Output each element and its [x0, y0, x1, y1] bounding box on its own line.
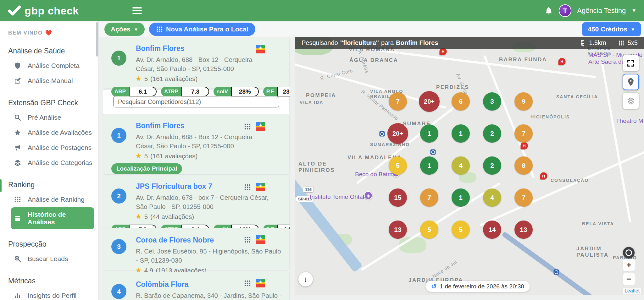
map-grid-marker[interactable]: 20+ [419, 91, 440, 112]
map-grid-marker[interactable]: 15 [389, 188, 407, 207]
rank-badge: 1 [111, 128, 126, 143]
rating-row: ★ 5 (44 avaliações) [135, 212, 283, 221]
hospital-map-pin-icon: H [558, 58, 566, 65]
sidebar-scrollbar[interactable] [96, 22, 98, 57]
brand-logo[interactable]: gbp check [8, 5, 79, 17]
google-maps-pin-icon[interactable] [256, 122, 265, 131]
marker-toggle-button[interactable] [623, 74, 639, 90]
avatar[interactable]: T [559, 4, 571, 17]
leaflet-attribution-link[interactable]: Leaflet [623, 288, 641, 294]
sidebar-item-analise-ranking[interactable]: Análise de Ranking [11, 192, 98, 207]
active-section-accent [0, 179, 2, 192]
palette-map-pin-icon: ◉ [364, 191, 373, 200]
sidebar-item-insights-perfil[interactable]: Insights do Perfil [11, 288, 98, 300]
map-label: Theatro M [616, 117, 643, 124]
map-label: Instituto Tomie Ohtake [310, 194, 369, 200]
status-prefix: Pesquisando [302, 39, 338, 46]
map-layers-icon [626, 96, 635, 105]
map-grid-marker[interactable]: 13 [514, 221, 533, 239]
map-label: POMPEIA [306, 92, 336, 99]
app-root: gbp check T Agência Testing ▼ BEM VINDO❤… [0, 0, 644, 300]
grid-icon[interactable] [244, 236, 251, 243]
map-grid-marker[interactable]: 2 [483, 156, 501, 175]
sidebar-item-label: Histórico de Análises [28, 211, 91, 226]
sidebar-item-label: Insights do Perfil [28, 292, 76, 299]
map-grid-marker[interactable]: 3 [483, 92, 501, 111]
sidebar-item-analise-postagens[interactable]: Análise de Postagens [11, 140, 98, 155]
map-grid-marker[interactable]: 8 [514, 156, 533, 175]
map-status-bar: Pesquisando "floricultura" para Bonfim F… [295, 37, 644, 49]
map-canvas[interactable]: Pesquisando "floricultura" para Bonfim F… [295, 37, 644, 295]
sidebar-item-buscar-leads[interactable]: Buscar Leads [11, 252, 98, 266]
credits-button[interactable]: 450 Créditos ▼ [582, 22, 641, 36]
google-maps-pin-icon[interactable] [256, 279, 265, 287]
map-label: JARDIM PAULISTA [576, 246, 608, 258]
search-competitors-input[interactable] [113, 96, 279, 107]
result-card-main: 1 Bonfim Flores Av. Dr. Arnaldo, 688 - B… [103, 38, 290, 89]
map-grid-marker[interactable]: 7 [514, 188, 533, 207]
section-title: Ranking [8, 181, 98, 189]
grid-icon[interactable] [244, 280, 251, 287]
status-target: Bonfim Flores [396, 39, 438, 46]
map-grid-marker[interactable]: 6 [452, 92, 470, 111]
map-label: SUMAREZINHO [370, 142, 410, 147]
map-grid-marker[interactable]: 1 [452, 188, 470, 207]
map-grid-marker[interactable]: 5 [420, 221, 438, 239]
google-maps-pin-icon[interactable] [256, 45, 265, 53]
sidebar-item-label: Análise de Categorias [28, 159, 92, 166]
sidebar-item-label: Análise de Postagens [28, 144, 92, 151]
search-location-icon [14, 255, 21, 263]
zoom-in-button[interactable]: + [623, 259, 635, 271]
header-right: T Agência Testing ▼ [544, 4, 636, 17]
new-analysis-button[interactable]: Nova Análise Para o Local [149, 23, 255, 36]
zoom-out-button[interactable]: − [623, 273, 635, 285]
heart-icon: ❤️ [45, 30, 53, 36]
map-grid-marker[interactable]: 7 [514, 124, 533, 143]
grid-icon[interactable] [244, 123, 251, 130]
sidebar-item-analise-completa[interactable]: Análise Completa [11, 58, 98, 73]
map-grid-marker[interactable]: 7 [389, 92, 407, 111]
sidebar-item-analise-avaliacoes[interactable]: Análise de Avaliações [11, 125, 98, 140]
map-grid-marker[interactable]: 4 [452, 156, 470, 175]
locate-button[interactable] [623, 247, 635, 259]
rank-badge: 1 [111, 51, 126, 66]
star-icon [14, 129, 21, 136]
map-grid-marker[interactable]: 20+ [387, 123, 408, 144]
archive-icon [14, 215, 21, 222]
history-refresh-icon[interactable]: ↺ [431, 283, 437, 290]
business-address: R. Barão de Capanema, 340 - Jardins, São… [136, 291, 283, 300]
map-label: BELA VISTA [582, 221, 614, 226]
map-grid-marker[interactable]: 1 [420, 156, 438, 175]
map-grid-marker[interactable]: 5 [389, 156, 407, 175]
account-chevron-down-icon[interactable]: ▼ [631, 8, 636, 14]
map-grid-marker[interactable]: 7 [420, 188, 438, 207]
sidebar-item-pre-analise[interactable]: Pré Análise [11, 110, 98, 125]
competitor-card: 2 JPS Floricultura box 7 Av. Dr. Arnaldo… [103, 176, 290, 227]
sidebar-item-analise-categorias[interactable]: Análise de Categorias [11, 155, 98, 170]
map-grid-marker[interactable]: 1 [452, 124, 470, 143]
reviews-count: (161 avaliações) [150, 152, 197, 160]
map-label: BARRA FUNDA [499, 57, 547, 63]
grid-icon[interactable] [244, 183, 251, 191]
map-grid-marker[interactable]: 4 [483, 188, 501, 207]
actions-toolbar: Ações ▼ Nova Análise Para o Local 450 Cr… [99, 21, 644, 37]
rank-badge: 3 [111, 239, 126, 254]
map-grid-marker[interactable]: 1 [420, 124, 438, 143]
sidebar-item-analise-manual[interactable]: Análise Manual [11, 74, 98, 88]
map-label: HIGIENÓPOLIS [530, 114, 570, 119]
google-maps-pin-icon[interactable] [256, 235, 265, 244]
actions-button[interactable]: Ações ▼ [104, 23, 145, 36]
google-maps-pin-icon[interactable] [256, 183, 265, 191]
map-grid-marker[interactable]: 2 [483, 124, 501, 143]
sidebar-item-historico-analises[interactable]: Histórico de Análises [11, 207, 94, 229]
map-grid-marker[interactable]: 14 [483, 221, 501, 239]
map-grid-marker[interactable]: 13 [389, 221, 407, 239]
menu-icon[interactable] [132, 7, 142, 14]
scroll-down-button[interactable]: ↓ [298, 272, 313, 286]
notifications-bell-icon[interactable] [544, 6, 553, 15]
layers-control-button[interactable] [623, 93, 639, 109]
section-metricas: Métricas Insights do Perfil [8, 277, 98, 300]
fullscreen-button[interactable] [623, 55, 639, 71]
map-grid-marker[interactable]: 5 [452, 221, 470, 239]
map-grid-marker[interactable]: 9 [514, 92, 533, 111]
